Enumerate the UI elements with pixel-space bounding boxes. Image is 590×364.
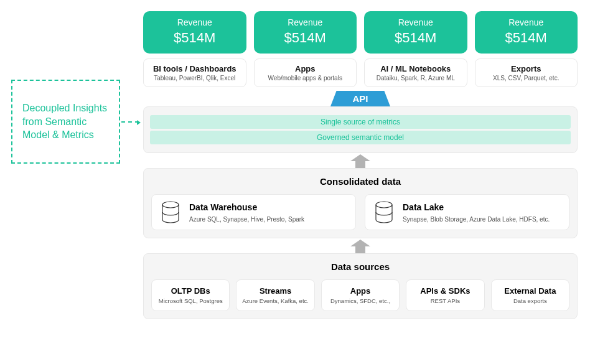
callout-box: Decoupled Insights from Semantic Model &… xyxy=(11,80,120,164)
tool-subtitle: XLS, CSV, Parquet, etc. xyxy=(478,75,575,82)
tool-card-bi: BI tools / Dashboards Tableau, PowerBI, … xyxy=(143,58,246,87)
datalake-sub: Synapse, Blob Storage, Azure Data Lake, … xyxy=(403,216,560,223)
source-sub: Dynamics, SFDC, etc., xyxy=(324,297,396,304)
sources-row: OLTP DBs Microsoft SQL, Postgres Streams… xyxy=(151,279,569,311)
svg-point-0 xyxy=(162,202,179,208)
revenue-label: Revenue xyxy=(146,17,244,27)
revenue-value: $514M xyxy=(256,30,355,46)
source-title: Apps xyxy=(324,286,396,296)
revenue-card: Revenue $514M xyxy=(254,11,357,54)
tool-title: Apps xyxy=(257,64,354,73)
source-card-apps: Apps Dynamics, SFDC, etc., xyxy=(321,279,400,311)
warehouse-sub: Azure SQL, Synapse, Hive, Presto, Spark xyxy=(189,216,347,223)
database-icon xyxy=(161,201,180,223)
semantic-model-bar: Governed semantic model xyxy=(150,131,571,144)
dashed-arrow-icon xyxy=(121,121,139,123)
revenue-label: Revenue xyxy=(477,17,576,27)
source-title: APIs & SDKs xyxy=(409,286,481,296)
tool-card-ml: AI / ML Notebooks Dataiku, Spark, R, Azu… xyxy=(364,58,467,87)
source-card-external: External Data Data exports xyxy=(491,279,569,311)
revenue-card: Revenue $514M xyxy=(143,11,246,54)
consolidated-row: Data Warehouse Azure SQL, Synapse, Hive,… xyxy=(151,194,569,230)
tool-subtitle: Dataiku, Spark, R, Azure ML xyxy=(367,75,464,82)
tool-card-exports: Exports XLS, CSV, Parquet, etc. xyxy=(475,58,578,87)
tool-card-apps: Apps Web/mobile apps & portals xyxy=(254,58,357,87)
source-sub: Microsoft SQL, Postgres xyxy=(154,297,227,304)
semantic-layer-box: Single source of metrics Governed semant… xyxy=(143,106,578,153)
source-title: External Data xyxy=(494,286,566,296)
metrics-bar: Single source of metrics xyxy=(150,115,571,129)
revenue-value: $514M xyxy=(477,30,576,46)
tool-title: Exports xyxy=(478,64,575,73)
callout-text: Decoupled Insights from Semantic Model &… xyxy=(22,101,109,142)
consolidated-box: Consolidated data Data Warehouse Azure S… xyxy=(143,168,578,238)
tool-title: BI tools / Dashboards xyxy=(146,64,243,73)
tools-row: BI tools / Dashboards Tableau, PowerBI, … xyxy=(143,58,578,87)
sources-box: Data sources OLTP DBs Microsoft SQL, Pos… xyxy=(143,253,578,319)
revenue-label: Revenue xyxy=(256,17,355,27)
revenue-card: Revenue $514M xyxy=(475,11,578,54)
source-card-apis: APIs & SDKs REST APIs xyxy=(406,279,484,311)
tool-title: AI / ML Notebooks xyxy=(367,64,464,73)
consolidated-title: Consolidated data xyxy=(151,176,569,187)
datalake-name: Data Lake xyxy=(403,202,560,212)
database-icon xyxy=(374,201,394,223)
warehouse-card: Data Warehouse Azure SQL, Synapse, Hive,… xyxy=(151,194,356,230)
datalake-card: Data Lake Synapse, Blob Storage, Azure D… xyxy=(365,194,569,230)
sources-title: Data sources xyxy=(151,261,569,272)
revenue-value: $514M xyxy=(146,30,244,46)
tool-subtitle: Tableau, PowerBI, Qlik, Excel xyxy=(146,75,243,82)
revenue-label: Revenue xyxy=(367,17,465,27)
svg-point-1 xyxy=(376,202,392,208)
source-title: Streams xyxy=(239,286,311,296)
revenue-value: $514M xyxy=(367,30,465,46)
source-sub: REST APIs xyxy=(409,297,481,304)
main-column: Revenue $514M Revenue $514M Revenue $514… xyxy=(143,11,578,353)
source-sub: Azure Events, Kafka, etc. xyxy=(239,297,311,304)
revenue-card: Revenue $514M xyxy=(364,11,467,54)
source-sub: Data exports xyxy=(494,297,566,304)
api-badge: API xyxy=(330,91,390,106)
up-arrow-icon xyxy=(345,153,375,168)
up-arrow-icon xyxy=(345,238,375,253)
source-card-streams: Streams Azure Events, Kafka, etc. xyxy=(236,279,314,311)
tool-subtitle: Web/mobile apps & portals xyxy=(257,75,354,82)
source-title: OLTP DBs xyxy=(154,286,227,296)
revenue-row: Revenue $514M Revenue $514M Revenue $514… xyxy=(143,11,578,54)
source-card-oltp: OLTP DBs Microsoft SQL, Postgres xyxy=(151,279,230,311)
warehouse-name: Data Warehouse xyxy=(189,202,347,212)
